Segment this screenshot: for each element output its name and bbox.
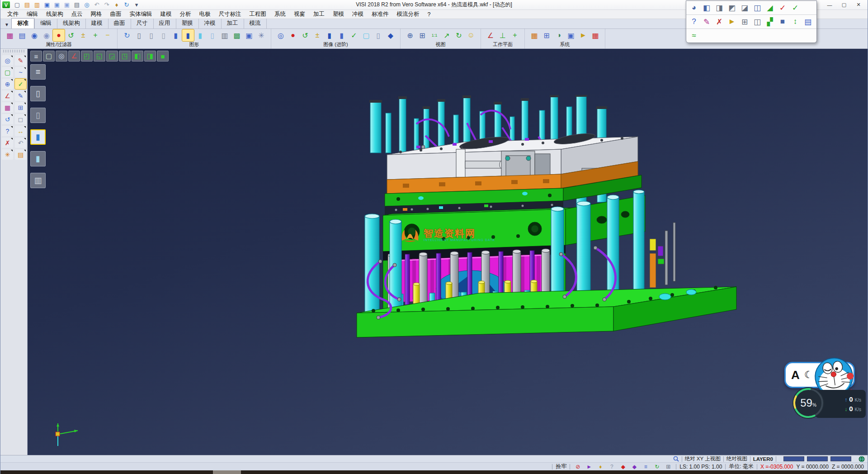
calculator-icon[interactable]: ⊞: [541, 29, 552, 41]
adv-page-cylinder-icon[interactable]: ▢: [360, 29, 372, 41]
hatch-display-icon[interactable]: ▥: [30, 173, 46, 188]
view-right-icon[interactable]: ◳: [119, 51, 131, 62]
zoom-in-icon[interactable]: ⊕: [404, 29, 416, 41]
pick-hand-icon[interactable]: ►: [577, 29, 589, 41]
maximize-button[interactable]: ▢: [837, 1, 851, 9]
delete-solid-icon[interactable]: ✗: [713, 16, 726, 28]
ime-notification-dot[interactable]: [847, 373, 854, 379]
toolbar-grip[interactable]: [3, 50, 24, 52]
sphere-section-icon[interactable]: ◕: [688, 2, 700, 14]
zoom-arrow-icon[interactable]: ↗: [441, 29, 453, 41]
remove-filter-icon[interactable]: −: [102, 29, 113, 41]
adv-shield-icon[interactable]: ◆: [385, 29, 396, 41]
regen-display-icon[interactable]: ↻: [121, 29, 133, 41]
view-front-icon[interactable]: ◧: [132, 51, 143, 62]
delete-trash-icon[interactable]: ✗: [2, 137, 13, 148]
print-preview-icon[interactable]: ◎: [82, 1, 91, 9]
list-item[interactable]: 尺寸: [131, 19, 153, 28]
list-item[interactable]: 线架构: [57, 19, 85, 28]
view-left-icon[interactable]: ◲: [106, 51, 118, 62]
adv-wireframe-icon[interactable]: ▯: [373, 29, 384, 41]
flat-shaded-icon[interactable]: ▯: [207, 29, 218, 41]
recolor-attributes-icon[interactable]: ▦: [4, 29, 16, 41]
view-menu-icon[interactable]: ≡: [30, 51, 42, 62]
select-window-icon[interactable]: ▢: [2, 67, 13, 77]
list-item[interactable]: 曲面: [108, 19, 131, 28]
adv-traffic-light-icon[interactable]: ●: [287, 29, 299, 41]
regenerate-icon[interactable]: ↺: [2, 114, 13, 124]
list-item[interactable]: 尺寸标注: [215, 9, 245, 19]
adv-toggle-icon[interactable]: ±: [311, 29, 323, 41]
confirm-check-icon[interactable]: ✓: [15, 79, 26, 89]
adv-show-icon[interactable]: ◎: [275, 29, 287, 41]
list-item[interactable]: 文件: [3, 9, 23, 19]
list-item[interactable]: 应用: [153, 19, 176, 28]
list-item[interactable]: 电极: [195, 9, 215, 19]
close-button[interactable]: ✕: [851, 1, 866, 9]
zoom-extents-icon[interactable]: ▢: [43, 51, 55, 62]
new-icon[interactable]: ▢: [13, 1, 22, 9]
undo-icon[interactable]: ↶: [92, 1, 101, 9]
display-settings-icon[interactable]: ✳: [255, 29, 267, 41]
window-config-icon[interactable]: ▣: [565, 29, 577, 41]
key-snap-icon[interactable]: ♦: [596, 463, 605, 470]
stamp-icon[interactable]: ♦: [112, 1, 121, 9]
copy-attributes-icon[interactable]: ▤: [16, 29, 28, 41]
workplane-align-icon[interactable]: ⊥: [497, 29, 509, 41]
layer-color-swatch[interactable]: [830, 456, 851, 461]
shield-snap-icon[interactable]: ◆: [630, 463, 639, 470]
list-item[interactable]: 标准件: [368, 9, 393, 19]
render-paint-icon[interactable]: ▩: [231, 29, 243, 41]
hide-entity-icon[interactable]: ◉: [41, 29, 52, 41]
view-iso-icon[interactable]: ■: [157, 51, 169, 62]
measure-solid-icon[interactable]: ↕: [789, 16, 802, 28]
attributes-palette-icon[interactable]: ▦: [2, 102, 13, 113]
preview-zoom-icon[interactable]: ◎: [2, 55, 13, 66]
shaded-icon[interactable]: ▮: [170, 29, 182, 41]
copy-draw-icon[interactable]: ▤: [802, 16, 814, 28]
open-edit-icon[interactable]: ▤: [15, 149, 26, 160]
grid-status-icon[interactable]: ⊞: [664, 463, 673, 470]
list-item[interactable]: 线架构: [42, 9, 67, 19]
list-item[interactable]: 加工: [309, 9, 329, 19]
graphics-viewport[interactable]: 智造资料网 INTELLIGENT MANUFACTURING DATA ≡▢◎…: [28, 49, 868, 455]
zoom-dynamic-icon[interactable]: ◎: [56, 51, 67, 62]
erase-pencil-icon[interactable]: ✎: [15, 55, 26, 66]
measure-distance-icon[interactable]: ↔: [15, 126, 26, 136]
transparent-display-icon[interactable]: ▮: [30, 151, 46, 166]
color-table-icon[interactable]: ▦: [528, 29, 540, 41]
box-solid-icon[interactable]: ■: [776, 16, 789, 28]
import-icon[interactable]: ▥: [33, 1, 42, 9]
layer-color-swatch[interactable]: [783, 456, 804, 461]
adv-refresh-icon[interactable]: ↺: [299, 29, 311, 41]
hidden-line-icon[interactable]: ▯: [146, 29, 157, 41]
open-icon[interactable]: ▤: [23, 1, 32, 9]
navigator-wheel-icon[interactable]: ✳: [2, 149, 13, 160]
ucs-axes-icon[interactable]: ∠: [2, 90, 13, 101]
grid-calc-icon[interactable]: ⊞: [15, 102, 26, 113]
snap-disable-icon[interactable]: ⊘: [573, 463, 582, 470]
list-item[interactable]: 模流: [244, 19, 267, 28]
layer-color-swatch[interactable]: [807, 456, 828, 461]
adv-check-cylinder-icon[interactable]: ✓: [348, 29, 360, 41]
rotate-view-icon[interactable]: ↻: [453, 29, 465, 41]
globe-icon[interactable]: [859, 456, 865, 462]
zoom-actual-icon[interactable]: 1:1: [429, 29, 440, 41]
list-item[interactable]: 建模: [156, 9, 176, 19]
show-entity-icon[interactable]: ◉: [28, 29, 40, 41]
hatched-display-icon[interactable]: ▥: [219, 29, 231, 41]
units-label[interactable]: 单位: 毫米: [729, 463, 754, 470]
refresh-filter-icon[interactable]: ↺: [65, 29, 77, 41]
transform-solid-icon[interactable]: ◪: [738, 2, 751, 14]
redo-icon[interactable]: ↷: [102, 1, 111, 9]
minimize-button[interactable]: —: [822, 1, 837, 9]
zoom-window-icon[interactable]: ⊞: [416, 29, 428, 41]
list-item[interactable]: 冲模: [348, 9, 368, 19]
move-solid-icon[interactable]: ◩: [726, 2, 738, 14]
workplane-set-icon[interactable]: +: [509, 29, 521, 41]
absolute-view-label[interactable]: 绝对视图: [726, 455, 747, 462]
list-item[interactable]: 工程图: [245, 9, 271, 19]
ime-language-indicator[interactable]: A: [791, 368, 800, 382]
list-item[interactable]: 加工: [221, 19, 244, 28]
qat-customize-icon[interactable]: ▾: [132, 1, 141, 9]
